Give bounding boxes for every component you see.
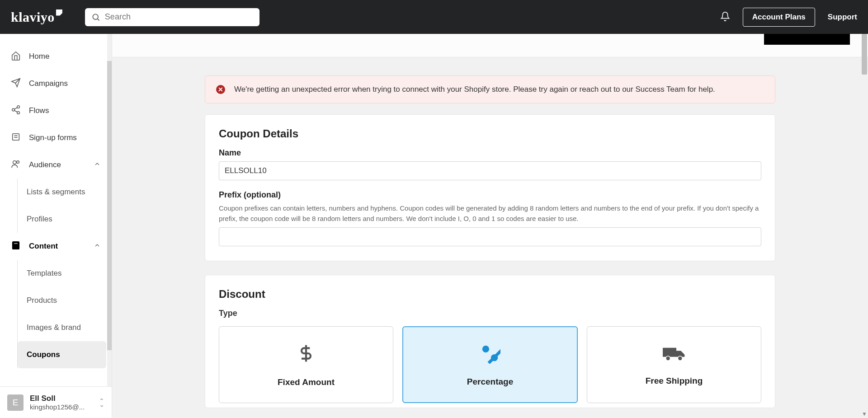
svg-point-19 — [666, 356, 670, 361]
svg-point-20 — [678, 356, 682, 361]
svg-line-6 — [14, 110, 17, 112]
sidebar-item-content[interactable]: Content — [0, 233, 112, 260]
support-link[interactable]: Support — [828, 13, 857, 22]
chevron-up-icon — [94, 242, 101, 251]
name-label: Name — [219, 148, 761, 158]
expand-icon: ⌃⌃ — [99, 399, 104, 406]
main-scrollbar[interactable]: ▼ — [862, 34, 867, 418]
svg-line-1 — [98, 19, 99, 20]
account-plans-button[interactable]: Account Plans — [743, 8, 815, 27]
users-icon — [11, 159, 21, 171]
coupon-details-card: Coupon Details Name Prefix (optional) Co… — [205, 114, 775, 261]
search-icon — [91, 13, 100, 23]
prefix-help: Coupon prefixes can contain letters, num… — [219, 203, 761, 224]
svg-point-15 — [482, 345, 489, 352]
svg-line-5 — [14, 107, 17, 109]
type-label: Type — [219, 309, 761, 318]
error-message: We're getting an unexpected error when t… — [234, 85, 715, 94]
user-name: Ell Soll — [30, 394, 93, 403]
svg-point-2 — [17, 105, 20, 108]
discount-type-free-shipping[interactable]: Free Shipping — [587, 326, 761, 403]
svg-point-0 — [93, 14, 98, 19]
svg-rect-17 — [488, 348, 500, 364]
main-content: ✕ We're getting an unexpected error when… — [112, 34, 868, 418]
sidebar-item-products[interactable]: Products — [18, 287, 106, 314]
discount-type-row: Fixed Amount Percentage Free Shipping — [219, 326, 761, 403]
scrollbar-arrow-down-icon[interactable]: ▼ — [862, 411, 867, 417]
user-info: Ell Soll kingshop1256@... — [30, 394, 93, 411]
content-submenu: Templates Products Images & brand Coupon… — [17, 260, 112, 368]
audience-submenu: Lists & segments Profiles — [17, 178, 112, 233]
brand-logo[interactable]: klaviyo — [11, 9, 62, 25]
main-scrollbar-thumb[interactable] — [862, 34, 867, 75]
tile-label: Free Shipping — [646, 376, 703, 386]
user-account-block[interactable]: E Ell Soll kingshop1256@... ⌃⌃ — [0, 386, 112, 418]
svg-point-10 — [13, 160, 16, 164]
form-icon — [11, 132, 21, 144]
send-icon — [11, 78, 21, 90]
sidebar-item-campaigns[interactable]: Campaigns — [0, 70, 112, 97]
discount-type-fixed[interactable]: Fixed Amount — [219, 326, 393, 403]
search-wrap — [85, 8, 259, 26]
dollar-icon — [297, 343, 315, 369]
top-right: Account Plans Support — [720, 8, 857, 27]
percent-icon — [480, 343, 500, 369]
avatar: E — [7, 395, 24, 411]
top-bar: klaviyo Account Plans Support — [0, 0, 868, 34]
content-icon — [11, 240, 21, 253]
svg-rect-18 — [663, 348, 676, 357]
home-icon — [11, 51, 21, 63]
tile-label: Fixed Amount — [278, 377, 335, 387]
coupon-name-input[interactable] — [219, 161, 761, 180]
share-icon — [11, 105, 21, 117]
search-input[interactable] — [85, 8, 259, 26]
svg-point-4 — [17, 111, 20, 114]
sidebar-item-coupons[interactable]: Coupons — [18, 341, 106, 368]
coupon-details-heading: Coupon Details — [219, 127, 761, 140]
svg-point-11 — [17, 160, 19, 163]
sidebar-label: Home — [29, 52, 49, 61]
sidebar-label: Audience — [29, 160, 61, 169]
sidebar-label: Content — [29, 242, 58, 251]
brand-text: klaviyo — [11, 9, 55, 25]
error-alert: ✕ We're getting an unexpected error when… — [205, 75, 775, 103]
coupon-prefix-input[interactable] — [219, 227, 761, 246]
sidebar-label: Sign-up forms — [29, 133, 77, 142]
brand-flag-icon — [56, 9, 62, 16]
tile-label: Percentage — [467, 377, 513, 387]
svg-rect-7 — [13, 133, 19, 140]
sidebar-item-home[interactable]: Home — [0, 43, 112, 70]
sidebar-label: Flows — [29, 106, 49, 115]
sidebar-item-templates[interactable]: Templates — [18, 260, 106, 287]
sidebar-item-flows[interactable]: Flows — [0, 97, 112, 124]
chevron-up-icon — [94, 160, 101, 170]
sidebar-item-images-brand[interactable]: Images & brand — [18, 314, 106, 341]
sidebar-item-lists-segments[interactable]: Lists & segments — [18, 178, 106, 206]
sidebar: Home Campaigns Flows Sign-up forms Audie… — [0, 34, 112, 418]
discount-heading: Discount — [219, 288, 761, 301]
page-header — [112, 34, 868, 57]
sidebar-scrollbar[interactable] — [107, 34, 112, 386]
sidebar-label: Campaigns — [29, 79, 68, 88]
sidebar-item-signup-forms[interactable]: Sign-up forms — [0, 124, 112, 151]
error-icon: ✕ — [216, 85, 225, 94]
sidebar-scrollbar-thumb[interactable] — [107, 61, 112, 350]
sidebar-item-profiles[interactable]: Profiles — [18, 206, 106, 233]
svg-point-3 — [12, 108, 15, 111]
discount-type-percentage[interactable]: Percentage — [402, 326, 578, 403]
prefix-label: Prefix (optional) — [219, 190, 761, 200]
user-email: kingshop1256@... — [30, 403, 93, 411]
notifications-icon[interactable] — [720, 11, 730, 23]
sidebar-item-audience[interactable]: Audience — [0, 151, 112, 178]
truck-icon — [662, 343, 686, 368]
page-action-button[interactable] — [764, 34, 850, 45]
svg-rect-13 — [14, 243, 18, 244]
discount-card: Discount Type Fixed Amount Percentage Fr… — [205, 275, 775, 408]
